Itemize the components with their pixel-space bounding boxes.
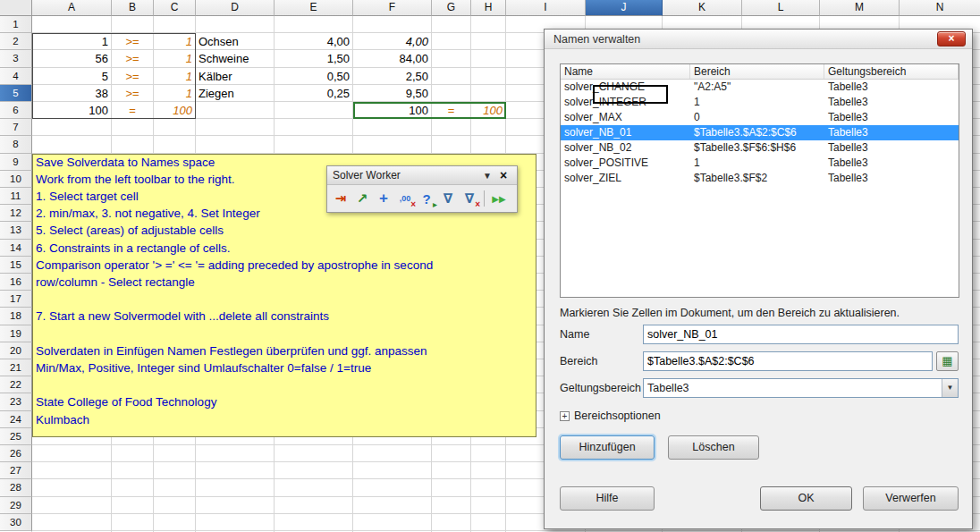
solver-run-icon[interactable]: ▶▶ xyxy=(489,189,509,208)
column-header-B[interactable]: B xyxy=(112,0,154,16)
cell-A2[interactable]: 1 xyxy=(32,33,112,50)
shrink-range-button[interactable]: ▦ xyxy=(936,351,959,371)
name-list-row-solver_POSITIVE[interactable]: solver_POSITIVE1Tabelle3 xyxy=(561,156,959,171)
solver-minmax-icon[interactable]: ↗ xyxy=(352,189,372,208)
row-header-9[interactable]: 9 xyxy=(0,154,32,171)
column-header-L[interactable]: L xyxy=(742,0,820,16)
row-header-18[interactable]: 18 xyxy=(0,308,32,325)
column-header-A[interactable]: A xyxy=(32,0,112,16)
name-list-row-solver_NB_02[interactable]: solver_NB_02$Tabelle3.$F$6:$H$6Tabelle3 xyxy=(561,140,959,156)
row-header-5[interactable]: 5 xyxy=(0,85,32,102)
row-header-14[interactable]: 14 xyxy=(0,240,32,257)
row-header-6[interactable]: 6 xyxy=(0,102,32,119)
scope-combobox[interactable]: Tabelle3 ▼ xyxy=(643,378,959,398)
cell-F6[interactable]: 100 xyxy=(353,102,432,119)
list-header-name[interactable]: Name xyxy=(561,64,690,79)
delete-button[interactable]: Löschen xyxy=(668,435,759,460)
toolbar-close-icon[interactable]: × xyxy=(495,168,511,182)
range-input[interactable] xyxy=(643,351,933,371)
row-header-26[interactable]: 26 xyxy=(0,445,32,462)
help-button[interactable]: Hilfe xyxy=(560,486,655,511)
cell-F2[interactable]: 4,00 xyxy=(353,33,432,50)
row-header-17[interactable]: 17 xyxy=(0,291,32,308)
row-header-21[interactable]: 21 xyxy=(0,359,32,376)
column-header-F[interactable]: F xyxy=(353,0,432,16)
name-input[interactable] xyxy=(643,325,959,344)
name-list-row-solver_ZIEL[interactable]: solver_ZIEL$Tabelle3.$F$2Tabelle3 xyxy=(561,171,959,186)
list-header-range[interactable]: Bereich xyxy=(690,64,824,79)
cell-D4[interactable]: Kälber xyxy=(196,68,275,85)
solver-target-icon[interactable]: ⇥ xyxy=(331,189,351,208)
cell-A3[interactable]: 56 xyxy=(32,50,112,67)
row-header-25[interactable]: 25 xyxy=(0,428,32,445)
row-header-11[interactable]: 11 xyxy=(0,188,32,205)
row-header-19[interactable]: 19 xyxy=(0,325,32,342)
cell-E2[interactable]: 4,00 xyxy=(275,33,353,50)
column-header-K[interactable]: K xyxy=(663,0,742,16)
cell-B4[interactable]: >= xyxy=(112,68,154,85)
cell-H6[interactable]: 100 xyxy=(471,102,506,119)
row-header-10[interactable]: 10 xyxy=(0,171,32,188)
dialog-titlebar[interactable]: Namen verwalten xyxy=(545,30,972,49)
cell-A4[interactable]: 5 xyxy=(32,68,112,85)
column-header-D[interactable]: D xyxy=(196,0,275,16)
cell-E4[interactable]: 0,50 xyxy=(275,68,353,85)
column-header-I[interactable]: I xyxy=(506,0,586,16)
dialog-close-icon[interactable]: × xyxy=(937,31,966,46)
cell-C4[interactable]: 1 xyxy=(154,68,196,85)
cell-C3[interactable]: 1 xyxy=(154,50,196,67)
cell-A6[interactable]: 100 xyxy=(32,102,112,119)
cell-B6[interactable]: = xyxy=(112,102,154,119)
cell-F3[interactable]: 84,00 xyxy=(353,50,432,67)
row-header-4[interactable]: 4 xyxy=(0,68,32,85)
row-header-28[interactable]: 28 xyxy=(0,479,32,496)
list-header-scope[interactable]: Geltungsbereich xyxy=(824,64,959,79)
solver-help-icon[interactable]: ?▸ xyxy=(417,189,436,208)
add-button[interactable]: Hinzufügen xyxy=(560,435,655,460)
column-header-C[interactable]: C xyxy=(154,0,196,16)
cell-B3[interactable]: >= xyxy=(112,50,154,67)
row-header-30[interactable]: 30 xyxy=(0,514,32,531)
row-header-8[interactable]: 8 xyxy=(0,136,32,153)
toolbar-menu-icon[interactable]: ▼ xyxy=(479,171,495,181)
solver-delete-constraints-icon[interactable]: ∇× xyxy=(460,189,479,208)
column-header-N[interactable]: N xyxy=(900,0,980,16)
row-header-1[interactable]: 1 xyxy=(0,16,32,33)
column-header-H[interactable]: H xyxy=(471,0,506,16)
column-header-M[interactable]: M xyxy=(820,0,900,16)
cancel-button[interactable]: Verwerfen xyxy=(863,486,959,511)
cell-D3[interactable]: Schweine xyxy=(196,50,275,67)
row-header-29[interactable]: 29 xyxy=(0,497,32,514)
cell-A5[interactable]: 38 xyxy=(32,85,112,102)
row-header-23[interactable]: 23 xyxy=(0,393,32,410)
row-header-24[interactable]: 24 xyxy=(0,411,32,428)
row-header-7[interactable]: 7 xyxy=(0,119,32,136)
name-list-row-solver_NB_01[interactable]: solver_NB_01$Tabelle3.$A$2:$C$6Tabelle3 xyxy=(561,125,959,140)
toolbar-titlebar[interactable]: Solver Worker ▼ × xyxy=(327,166,517,185)
column-header-J[interactable]: J xyxy=(586,0,663,16)
row-header-22[interactable]: 22 xyxy=(0,376,32,393)
cell-F4[interactable]: 2,50 xyxy=(353,68,432,85)
cell-F5[interactable]: 9,50 xyxy=(353,85,432,102)
cell-C2[interactable]: 1 xyxy=(154,33,196,50)
cell-C6[interactable]: 100 xyxy=(154,102,196,119)
cell-G6[interactable]: = xyxy=(432,102,471,119)
cell-B5[interactable]: >= xyxy=(112,85,154,102)
row-header-13[interactable]: 13 xyxy=(0,222,32,239)
solver-integer-icon[interactable]: ,00× xyxy=(395,189,415,208)
select-all-corner[interactable] xyxy=(0,0,32,16)
column-header-E[interactable]: E xyxy=(275,0,353,16)
row-header-27[interactable]: 27 xyxy=(0,462,32,479)
row-header-3[interactable]: 3 xyxy=(0,50,32,67)
row-header-12[interactable]: 12 xyxy=(0,205,32,222)
cell-E5[interactable]: 0,25 xyxy=(275,85,353,102)
row-header-2[interactable]: 2 xyxy=(0,33,32,50)
row-header-15[interactable]: 15 xyxy=(0,257,32,274)
ok-button[interactable]: OK xyxy=(760,486,852,511)
row-header-16[interactable]: 16 xyxy=(0,274,32,291)
solver-positive-icon[interactable]: + xyxy=(374,189,393,208)
column-header-G[interactable]: G xyxy=(432,0,471,16)
cell-D2[interactable]: Ochsen xyxy=(196,33,275,50)
chevron-down-icon[interactable]: ▼ xyxy=(942,379,958,397)
name-list-row-solver_MAX[interactable]: solver_MAX0Tabelle3 xyxy=(561,110,959,125)
